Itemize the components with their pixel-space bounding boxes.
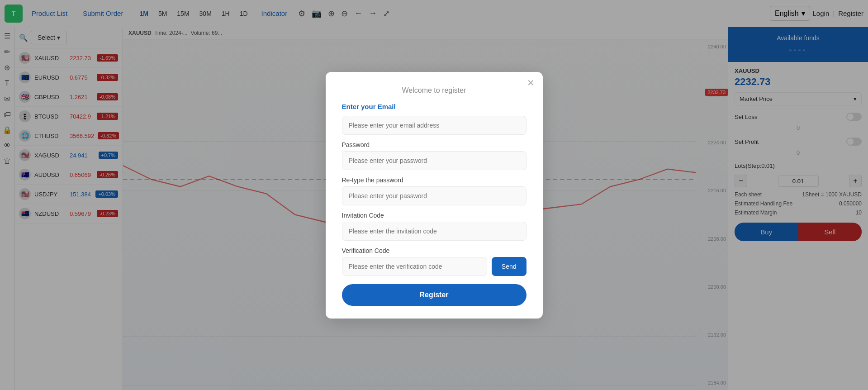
register-button[interactable]: Register [342,284,526,306]
verification-row: Send [342,257,526,276]
modal-title: Welcome to register [342,86,526,95]
modal-section-title: Enter your Email [342,103,526,110]
verification-code-input[interactable] [342,257,487,276]
password-input[interactable] [342,151,526,170]
modal-overlay[interactable]: ✕ Welcome to register Enter your Email P… [0,0,868,390]
email-input[interactable] [342,116,526,135]
retype-label: Re-type the password [342,176,526,184]
retype-password-input[interactable] [342,186,526,205]
invitation-code-input[interactable] [342,222,526,241]
password-label: Password [342,141,526,148]
invitation-label: Invitation Code [342,212,526,219]
modal-close-button[interactable]: ✕ [527,78,535,87]
verification-label: Verification Code [342,247,526,254]
register-modal: ✕ Welcome to register Enter your Email P… [326,72,543,319]
send-button[interactable]: Send [492,257,526,276]
